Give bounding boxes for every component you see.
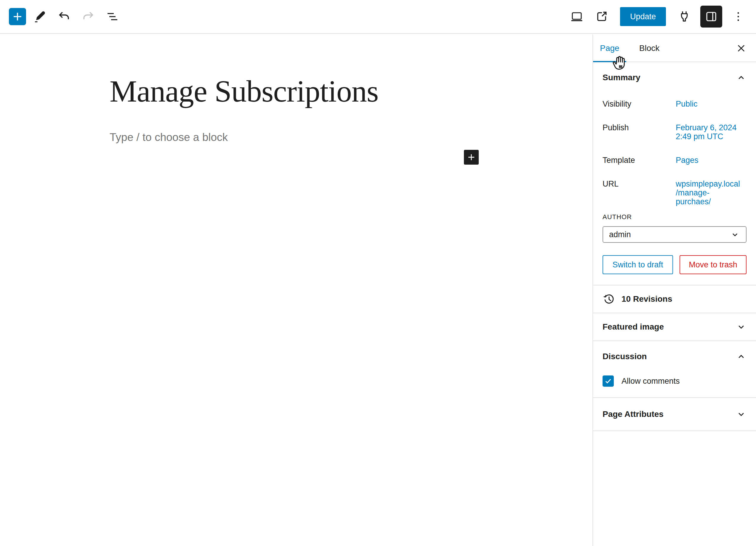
summary-row-visibility: Visibility Public bbox=[603, 100, 747, 108]
summary-panel: Summary Visibility Public Publish Februa… bbox=[593, 62, 756, 285]
publish-value-button[interactable]: February 6, 2024 2:49 pm UTC bbox=[676, 123, 747, 141]
kebab-menu-icon bbox=[731, 9, 745, 24]
row-label: Publish bbox=[603, 123, 676, 141]
url-value-button[interactable]: wpsimplepay.local /manage- purchaes/ bbox=[676, 180, 747, 206]
settings-sidebar: Page Block bbox=[592, 34, 756, 546]
redo-button[interactable] bbox=[78, 6, 99, 27]
chevron-down-icon bbox=[736, 321, 747, 332]
update-button[interactable]: Update bbox=[620, 7, 666, 26]
page-attributes-heading: Page Attributes bbox=[603, 409, 664, 419]
discussion-heading: Discussion bbox=[603, 352, 647, 361]
move-to-trash-button[interactable]: Move to trash bbox=[680, 255, 747, 274]
topbar-left-group bbox=[0, 6, 123, 27]
summary-row-publish: Publish February 6, 2024 2:49 pm UTC bbox=[603, 123, 747, 141]
settings-toggle-button[interactable] bbox=[700, 6, 722, 28]
summary-rows: Visibility Public Publish February 6, 20… bbox=[603, 100, 747, 206]
list-view-icon bbox=[105, 9, 120, 24]
redo-icon bbox=[81, 9, 95, 24]
switch-to-draft-button[interactable]: Switch to draft bbox=[603, 255, 673, 274]
plug-icon bbox=[677, 9, 691, 24]
close-sidebar-button[interactable] bbox=[732, 39, 751, 58]
add-block-button[interactable] bbox=[9, 8, 26, 25]
plugin-button[interactable] bbox=[674, 6, 695, 27]
external-link-icon bbox=[595, 9, 609, 24]
chevron-up-icon bbox=[736, 72, 747, 83]
author-label: AUTHOR bbox=[603, 213, 747, 221]
row-label: URL bbox=[603, 180, 676, 206]
author-select-value: admin bbox=[609, 230, 631, 239]
view-page-button[interactable] bbox=[591, 6, 612, 27]
document-overview-button[interactable] bbox=[102, 6, 123, 27]
visibility-value-button[interactable]: Public bbox=[676, 100, 747, 108]
post-title[interactable]: Manage Subscriptions bbox=[110, 74, 483, 108]
summary-actions: Switch to draft Move to trash bbox=[603, 255, 747, 274]
preview-button[interactable] bbox=[566, 6, 587, 27]
allow-comments-row: Allow comments bbox=[603, 375, 747, 387]
page-attributes-panel-header[interactable]: Page Attributes bbox=[593, 408, 756, 421]
chevron-up-icon bbox=[736, 351, 747, 362]
summary-row-template: Template Pages bbox=[603, 156, 747, 165]
tab-block[interactable]: Block bbox=[633, 35, 666, 62]
empty-block-placeholder[interactable]: Type / to choose a block bbox=[110, 131, 483, 144]
editor-canvas: Manage Subscriptions Type / to choose a … bbox=[0, 34, 592, 546]
laptop-icon bbox=[570, 9, 584, 24]
page-attributes-panel: Page Attributes bbox=[593, 397, 756, 430]
editor-topbar: Update bbox=[0, 0, 756, 34]
undo-button[interactable] bbox=[53, 6, 75, 27]
row-label: Visibility bbox=[603, 100, 676, 108]
checkmark-icon bbox=[604, 377, 613, 385]
block-appender-button[interactable] bbox=[464, 150, 479, 165]
featured-image-panel: Featured image bbox=[593, 313, 756, 340]
chevron-down-icon bbox=[736, 409, 747, 419]
options-menu-button[interactable] bbox=[728, 6, 749, 27]
revisions-panel[interactable]: 10 Revisions bbox=[593, 285, 756, 313]
allow-comments-checkbox[interactable] bbox=[603, 375, 614, 387]
pencil-icon bbox=[33, 9, 47, 24]
plus-icon bbox=[465, 151, 477, 163]
tools-button[interactable] bbox=[29, 6, 50, 27]
plus-icon bbox=[10, 9, 25, 24]
chevron-down-icon bbox=[730, 230, 740, 240]
revisions-label: 10 Revisions bbox=[622, 294, 672, 304]
row-label: Template bbox=[603, 156, 676, 165]
summary-heading: Summary bbox=[603, 73, 640, 82]
topbar-right-group: Update bbox=[566, 6, 756, 28]
template-value-button[interactable]: Pages bbox=[676, 156, 747, 165]
featured-image-panel-header[interactable]: Featured image bbox=[593, 320, 756, 333]
close-icon bbox=[735, 42, 748, 55]
clock-history-icon bbox=[603, 292, 616, 305]
summary-row-url: URL wpsimplepay.local /manage- purchaes/ bbox=[603, 180, 747, 206]
block-editor: Update bbox=[0, 0, 756, 546]
post-content-column: Manage Subscriptions Type / to choose a … bbox=[110, 34, 483, 144]
undo-icon bbox=[57, 9, 71, 24]
discussion-panel-header[interactable]: Discussion bbox=[603, 350, 747, 363]
sidebar-bottom-divider bbox=[593, 430, 756, 431]
sidebar-panel-icon bbox=[704, 9, 718, 24]
discussion-panel: Discussion Allow comments bbox=[593, 340, 756, 397]
allow-comments-label: Allow comments bbox=[622, 377, 680, 386]
summary-panel-header[interactable]: Summary bbox=[603, 71, 747, 84]
active-tab-underline bbox=[593, 61, 626, 62]
tab-page[interactable]: Page bbox=[593, 35, 626, 62]
author-select[interactable]: admin bbox=[603, 226, 747, 243]
featured-image-heading: Featured image bbox=[603, 322, 664, 331]
sidebar-tabbar: Page Block bbox=[593, 34, 756, 62]
